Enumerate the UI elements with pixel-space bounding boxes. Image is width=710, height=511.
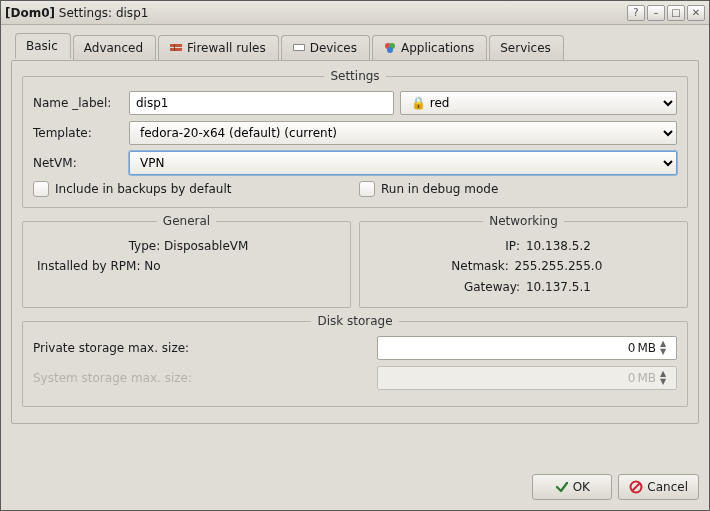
tab-label: Applications (401, 41, 474, 55)
networking-legend: Networking (483, 214, 564, 228)
checkbox-label: Run in debug mode (381, 182, 498, 196)
ok-icon (555, 480, 569, 494)
template-select[interactable]: fedora-20-x64 (default) (current) (129, 121, 677, 145)
minimize-button[interactable]: – (647, 5, 665, 21)
tab-label: Advanced (84, 41, 143, 55)
tab-services[interactable]: Services (489, 35, 564, 60)
spinner-arrows-icon: ▲▼ (660, 370, 674, 386)
cancel-button[interactable]: Cancel (618, 474, 699, 500)
general-legend: General (157, 214, 216, 228)
checkbox-box (359, 181, 375, 197)
checkbox-label: Include in backups by default (55, 182, 231, 196)
tab-label: Firewall rules (187, 41, 266, 55)
tab-label: Devices (310, 41, 357, 55)
settings-window: [Dom0] Settings: disp1 ? – □ ✕ Basic Adv… (0, 0, 710, 511)
spinner-value: 0 (384, 341, 637, 355)
private-storage-label: Private storage max. size: (33, 341, 371, 355)
close-button[interactable]: ✕ (687, 5, 705, 21)
devices-icon (292, 41, 306, 55)
settings-group: Settings Name _label: 🔒 red Template: fe… (22, 69, 688, 208)
netvm-select[interactable]: VPN (129, 151, 677, 175)
debug-mode-checkbox[interactable]: Run in debug mode (359, 181, 677, 197)
svg-rect-2 (174, 44, 175, 51)
name-input[interactable] (129, 91, 394, 115)
spinner-unit: MB (637, 371, 656, 385)
tab-basic[interactable]: Basic (15, 33, 71, 59)
svg-rect-1 (170, 48, 182, 51)
button-label: Cancel (647, 480, 688, 494)
tab-panel-basic: Settings Name _label: 🔒 red Template: fe… (11, 60, 699, 424)
settings-legend: Settings (324, 69, 385, 83)
tab-advanced[interactable]: Advanced (73, 35, 156, 60)
tab-devices[interactable]: Devices (281, 35, 370, 60)
ok-button[interactable]: OK (532, 474, 612, 500)
firewall-icon (169, 41, 183, 55)
checkbox-box (33, 181, 49, 197)
svg-rect-0 (170, 44, 182, 47)
networking-info: IP: 10.138.5.2 Netmask: 255.255.255.0 Ga… (370, 236, 677, 297)
cancel-icon (629, 480, 643, 494)
titlebar[interactable]: [Dom0] Settings: disp1 ? – □ ✕ (1, 1, 709, 25)
include-backups-checkbox[interactable]: Include in backups by default (33, 181, 351, 197)
general-group: General Type: DisposableVM Installed by … (22, 214, 351, 308)
networking-group: Networking IP: 10.138.5.2 Netmask: 255.2… (359, 214, 688, 308)
tab-label: Basic (26, 39, 58, 53)
button-label: OK (573, 480, 590, 494)
general-info: Type: DisposableVM Installed by RPM: No (33, 236, 340, 277)
tab-label: Services (500, 41, 551, 55)
spinner-unit: MB (637, 341, 656, 355)
name-label: Name _label: (33, 96, 123, 110)
disk-legend: Disk storage (311, 314, 398, 328)
help-button[interactable]: ? (627, 5, 645, 21)
tab-bar: Basic Advanced Firewall rules Devices (11, 33, 699, 59)
window-title: [Dom0] Settings: disp1 (5, 6, 625, 20)
color-select[interactable]: 🔒 red (400, 91, 677, 115)
tab-applications[interactable]: Applications (372, 35, 487, 60)
tab-firewall[interactable]: Firewall rules (158, 35, 279, 60)
svg-line-9 (633, 484, 640, 491)
system-storage-spinner: 0MB ▲▼ (377, 366, 677, 390)
template-label: Template: (33, 126, 123, 140)
svg-rect-4 (294, 45, 304, 50)
svg-point-7 (387, 47, 393, 53)
system-storage-label: System storage max. size: (33, 371, 371, 385)
applications-icon (383, 41, 397, 55)
maximize-button[interactable]: □ (667, 5, 685, 21)
disk-storage-group: Disk storage Private storage max. size: … (22, 314, 688, 407)
spinner-arrows-icon[interactable]: ▲▼ (660, 340, 674, 356)
dialog-footer: OK Cancel (1, 468, 709, 510)
spinner-value: 0 (384, 371, 637, 385)
netvm-label: NetVM: (33, 156, 123, 170)
private-storage-spinner[interactable]: 0MB ▲▼ (377, 336, 677, 360)
